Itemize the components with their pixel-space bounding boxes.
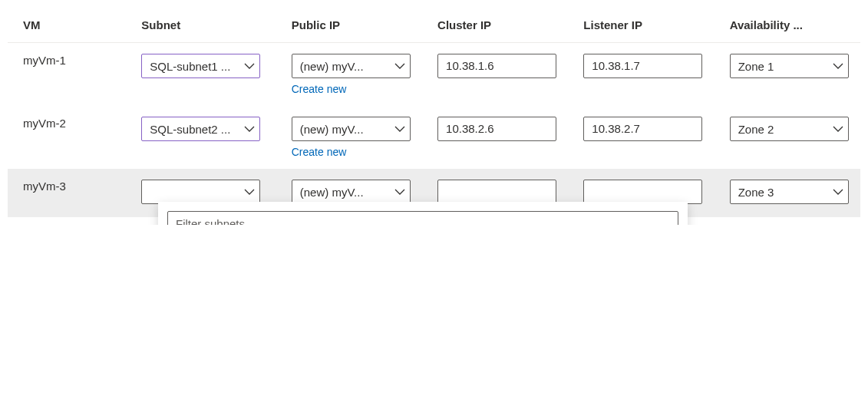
vm-name-cell: myVm-2 (8, 106, 126, 169)
subnet-select[interactable]: SQL-subnet1 ... (141, 54, 260, 78)
table-row: myVm-2 SQL-subnet2 ... (new) myV... Crea… (8, 106, 860, 169)
subnet-select[interactable] (141, 180, 260, 204)
create-new-link[interactable]: Create new (292, 146, 414, 158)
col-header-listenerip: Listener IP (568, 8, 714, 43)
create-new-link[interactable]: Create new (292, 83, 414, 95)
subnet-filter-input[interactable] (167, 211, 678, 225)
availability-select[interactable]: Zone 3 (730, 180, 849, 204)
col-header-availability: Availability ... (715, 8, 860, 43)
vm-name-cell: myVm-3 (8, 169, 126, 217)
publicip-select-label: (new) myV... (300, 60, 364, 73)
publicip-select[interactable]: (new) myV... (292, 117, 411, 141)
chevron-down-icon (833, 186, 843, 197)
col-header-clusterip: Cluster IP (422, 8, 568, 43)
availability-select[interactable]: Zone 2 (730, 117, 849, 141)
chevron-down-icon (394, 61, 405, 71)
subnet-select-label: SQL-subnet1 ... (150, 60, 230, 73)
clusterip-input[interactable]: 10.38.1.6 (437, 54, 556, 78)
clusterip-input[interactable] (437, 180, 556, 204)
vm-name-cell: myVm-1 (8, 43, 126, 107)
chevron-down-icon (244, 61, 255, 71)
publicip-select-label: (new) myV... (300, 186, 364, 199)
chevron-down-icon (394, 124, 405, 134)
publicip-select[interactable]: (new) myV... (292, 180, 411, 204)
col-header-subnet: Subnet (126, 8, 276, 43)
table-row: myVm-1 SQL-subnet1 ... (new) myV... Crea… (8, 43, 860, 107)
availability-select-label: Zone 1 (738, 60, 774, 73)
availability-select-label: Zone 3 (738, 186, 774, 199)
listenerip-input[interactable]: 10.38.1.7 (583, 54, 702, 78)
subnet-select[interactable]: SQL-subnet2 ... (141, 117, 260, 141)
chevron-down-icon (394, 186, 405, 197)
col-header-vm: VM (8, 8, 126, 43)
clusterip-input[interactable]: 10.38.2.6 (437, 117, 556, 141)
publicip-select[interactable]: (new) myV... (292, 54, 411, 78)
subnet-dropdown: DC-subnet (10.38.0.0/24) SQL-subnet1 (10… (158, 202, 688, 225)
vm-config-table: VM Subnet Public IP Cluster IP Listener … (8, 8, 860, 217)
chevron-down-icon (244, 124, 255, 134)
col-header-publicip: Public IP (276, 8, 422, 43)
subnet-select-label: SQL-subnet2 ... (150, 123, 230, 136)
chevron-down-icon (833, 61, 843, 71)
listenerip-input[interactable]: 10.38.2.7 (583, 117, 702, 141)
listenerip-input[interactable] (583, 180, 702, 204)
publicip-select-label: (new) myV... (300, 123, 364, 136)
chevron-down-icon (833, 124, 843, 134)
availability-select-label: Zone 2 (738, 123, 774, 136)
availability-select[interactable]: Zone 1 (730, 54, 849, 78)
chevron-down-icon (244, 186, 255, 197)
